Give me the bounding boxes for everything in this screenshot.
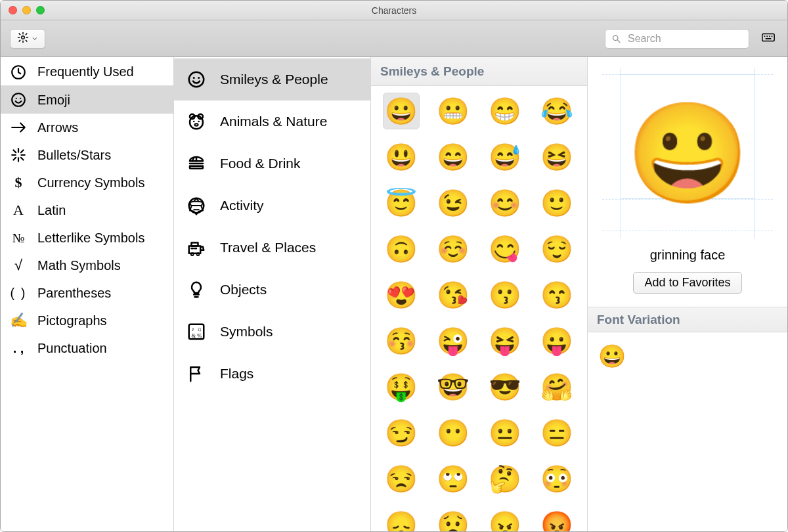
emoji-cell[interactable]: 🤔 [487, 460, 523, 497]
emoji-cell[interactable]: 😒 [383, 460, 420, 497]
svg-point-29 [195, 123, 198, 126]
burger-icon [186, 153, 207, 174]
search-field[interactable] [605, 29, 749, 49]
category-label: Math Symbols [37, 258, 121, 273]
subcategory-activity[interactable]: Activity [174, 185, 370, 227]
subcategory-food-drink[interactable]: Food & Drink [174, 143, 370, 185]
emoji-cell[interactable]: ☺️ [435, 231, 471, 267]
category-bullets-stars[interactable]: Bullets/Stars [1, 141, 173, 169]
emoji-cell[interactable]: 😋 [487, 231, 523, 267]
subcategory-travel-places[interactable]: Travel & Places [174, 227, 370, 269]
category-punctuation[interactable]: . ,Punctuation [1, 334, 173, 362]
emoji-cell[interactable]: 😉 [435, 185, 471, 221]
category-parentheses[interactable]: ( )Parentheses [1, 279, 173, 307]
emoji-cell[interactable]: 😇 [383, 185, 420, 221]
emoji-cell[interactable]: 😏 [383, 414, 420, 451]
emoji-cell[interactable]: 😙 [538, 277, 575, 313]
emoji-cell[interactable]: 😎 [487, 368, 523, 405]
subcategory-label: Symbols [220, 324, 273, 340]
emoji-cell[interactable]: 🙂 [538, 185, 575, 221]
category-math[interactable]: √Math Symbols [1, 252, 173, 279]
subcategory-animals-nature[interactable]: Animals & Nature [174, 100, 370, 143]
category-currency[interactable]: $Currency Symbols [1, 169, 173, 196]
close-window-button[interactable] [9, 6, 17, 14]
emoji-grid[interactable]: 😀😬😁😂😃😄😅😆😇😉😊🙂🙃☺️😋😌😍😘😗😙😚😜😝😛🤑🤓😎🤗😏😶😐😑😒🙄🤔😳😞😟😠… [371, 86, 587, 531]
latin-a-icon: A [10, 202, 27, 219]
parens-icon: ( ) [10, 284, 27, 301]
emoji-cell[interactable]: 😚 [383, 322, 420, 359]
emoji-cell[interactable]: 😊 [487, 185, 523, 221]
svg-line-19 [13, 158, 16, 160]
emoji-cell[interactable]: 😛 [538, 322, 575, 359]
emoji-cell[interactable]: 😀 [383, 93, 420, 129]
numero-icon: № [10, 229, 27, 246]
svg-point-28 [198, 121, 200, 123]
svg-line-17 [13, 150, 16, 152]
svg-point-11 [16, 98, 17, 99]
category-arrows[interactable]: Arrows [1, 114, 173, 141]
emoji-cell[interactable]: 😠 [487, 506, 523, 531]
emoji-cell[interactable]: 🤑 [383, 368, 420, 405]
font-variation-header: Font Variation [588, 307, 787, 332]
category-frequently-used[interactable]: Frequently Used [1, 58, 173, 86]
emoji-cell[interactable]: 🙄 [435, 460, 471, 497]
subcategory-objects[interactable]: Objects [174, 269, 370, 311]
svg-point-12 [20, 98, 21, 99]
category-letterlike[interactable]: №Letterlike Symbols [1, 224, 173, 252]
subcategory-symbols[interactable]: ♪♫&%Symbols [174, 311, 370, 353]
subcategory-label: Activity [220, 198, 264, 213]
emoji-cell[interactable]: 😅 [487, 139, 523, 175]
category-label: Frequently Used [37, 64, 134, 79]
detail-column: 😀 grinning face Add to Favorites Font Va… [588, 57, 787, 531]
emoji-cell[interactable]: 😆 [538, 139, 575, 175]
category-label: Punctuation [37, 341, 107, 356]
subcategory-smileys-people[interactable]: Smileys & People [174, 58, 370, 100]
category-emoji[interactable]: Emoji [1, 86, 173, 114]
svg-point-0 [22, 36, 25, 39]
emoji-column: Smileys & People 😀😬😁😂😃😄😅😆😇😉😊🙂🙃☺️😋😌😍😘😗😙😚😜… [371, 57, 588, 531]
minimize-window-button[interactable] [22, 6, 31, 14]
emoji-cell[interactable]: 😌 [538, 231, 575, 267]
subcategory-flags[interactable]: Flags [174, 353, 370, 395]
add-to-favorites-button[interactable]: Add to Favorites [633, 272, 741, 294]
emoji-cell[interactable]: 😬 [435, 93, 471, 129]
emoji-cell[interactable]: 😳 [538, 460, 575, 497]
category-pictographs[interactable]: ✍Pictographs [1, 307, 173, 334]
emoji-cell[interactable]: 😝 [487, 322, 523, 359]
emoji-cell[interactable]: 😁 [487, 93, 523, 129]
input-viewer-button[interactable] [758, 29, 778, 49]
emoji-cell[interactable]: 😞 [383, 506, 420, 531]
dollar-icon: $ [10, 174, 27, 191]
emoji-cell[interactable]: 😗 [487, 277, 523, 313]
subcategory-label: Travel & Places [220, 240, 316, 255]
search-input[interactable] [605, 29, 749, 49]
emoji-cell[interactable]: 🙃 [383, 231, 420, 267]
category-latin[interactable]: ALatin [1, 196, 173, 224]
emoji-cell[interactable]: 😟 [435, 506, 471, 531]
emoji-cell[interactable]: 😄 [435, 139, 471, 175]
chevron-down-icon [32, 33, 38, 44]
emoji-cell[interactable]: 😑 [538, 414, 575, 451]
punct-icon: . , [10, 340, 27, 357]
emoji-cell[interactable]: 😡 [538, 506, 575, 531]
svg-point-22 [193, 77, 195, 79]
emoji-cell[interactable]: 🤓 [435, 368, 471, 405]
emoji-cell[interactable]: 🤗 [538, 368, 575, 405]
font-variation-item[interactable]: 😀 [598, 344, 626, 368]
action-menu-button[interactable] [10, 29, 45, 49]
emoji-cell[interactable]: 😍 [383, 277, 420, 313]
category-label: Currency Symbols [37, 175, 144, 190]
svg-text:%: % [197, 332, 202, 339]
emoji-cell[interactable]: 😶 [435, 414, 471, 451]
emoji-cell[interactable]: 😐 [487, 414, 523, 451]
svg-point-27 [193, 121, 195, 123]
search-icon [611, 33, 621, 43]
bear-icon [186, 111, 207, 132]
sqrt-icon: √ [10, 257, 27, 274]
emoji-cell[interactable]: 😜 [435, 322, 471, 359]
emoji-cell[interactable]: 😂 [538, 93, 575, 129]
emoji-cell[interactable]: 😃 [383, 139, 420, 175]
zoom-window-button[interactable] [36, 6, 45, 14]
emoji-cell[interactable]: 😘 [435, 277, 471, 313]
category-label: Letterlike Symbols [37, 231, 144, 246]
